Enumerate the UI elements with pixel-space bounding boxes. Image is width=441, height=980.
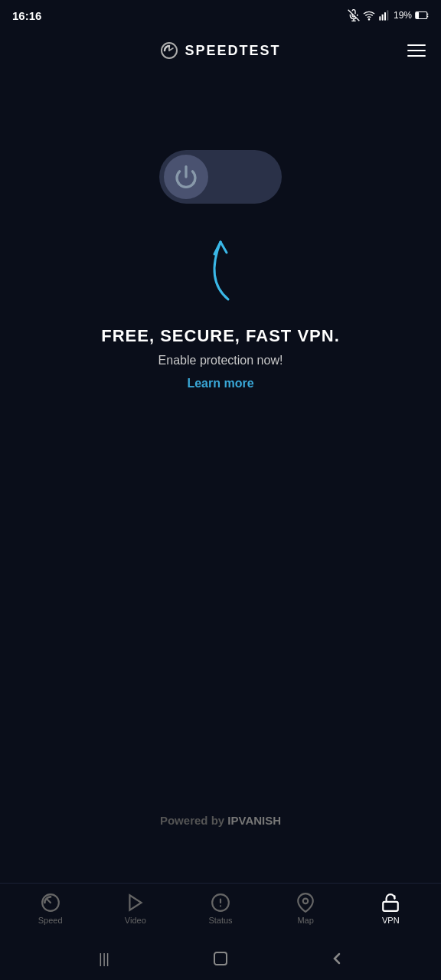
status-nav-icon	[211, 893, 230, 913]
speed-nav-icon	[41, 893, 60, 913]
arrow-indicator	[190, 227, 251, 303]
svg-marker-15	[129, 895, 141, 910]
svg-rect-5	[382, 15, 384, 21]
power-icon	[174, 165, 198, 189]
back-button[interactable]	[322, 943, 352, 974]
learn-more-link[interactable]: Learn more	[187, 377, 253, 390]
home-icon	[211, 949, 230, 968]
signal-icon	[378, 9, 390, 21]
svg-point-19	[303, 899, 309, 904]
home-button[interactable]	[205, 943, 236, 974]
back-icon	[328, 949, 346, 968]
vpn-nav-label: VPN	[382, 916, 400, 925]
svg-rect-4	[379, 16, 381, 20]
vpn-info: FREE, SECURE, FAST VPN. Enable protectio…	[101, 326, 340, 390]
battery-indicator: 19%	[394, 10, 412, 21]
nav-item-vpn[interactable]: VPN	[368, 893, 413, 925]
powered-by-brand: IPVANISH	[227, 814, 281, 827]
curved-arrow-svg	[190, 227, 251, 303]
recent-apps-button[interactable]: |||	[89, 943, 119, 974]
nav-item-map[interactable]: Map	[283, 893, 328, 925]
svg-rect-20	[384, 902, 399, 911]
map-nav-icon	[296, 893, 315, 913]
svg-rect-22	[214, 952, 227, 965]
vpn-headline: FREE, SECURE, FAST VPN.	[101, 326, 340, 346]
map-nav-label: Map	[297, 916, 313, 925]
bottom-nav: Speed Video Status Map	[0, 883, 441, 934]
nav-item-status[interactable]: Status	[198, 893, 243, 925]
svg-rect-9	[416, 12, 419, 18]
toggle-knob	[164, 155, 208, 199]
hamburger-line-2	[407, 50, 426, 51]
menu-button[interactable]	[407, 44, 426, 57]
vpn-toggle[interactable]	[159, 150, 282, 204]
status-bar: 16:16 19%	[0, 0, 441, 28]
app-title: SPEEDTEST	[185, 43, 280, 59]
app-header: SPEEDTEST	[0, 28, 441, 74]
main-content: FREE, SECURE, FAST VPN. Enable protectio…	[0, 135, 441, 406]
hamburger-line-3	[407, 55, 426, 57]
svg-point-3	[368, 19, 369, 20]
speedtest-logo-icon	[160, 41, 178, 60]
nav-item-speed[interactable]: Speed	[28, 893, 74, 925]
svg-rect-6	[384, 12, 386, 21]
wifi-icon	[363, 9, 375, 21]
status-time: 16:16	[12, 9, 41, 22]
vpn-nav-icon	[381, 893, 400, 913]
status-icons: 19%	[348, 9, 429, 21]
hamburger-line-1	[407, 44, 426, 46]
status-nav-label: Status	[208, 916, 232, 925]
mute-icon	[348, 9, 360, 21]
video-nav-icon	[126, 893, 145, 913]
svg-rect-7	[387, 10, 388, 20]
speed-nav-label: Speed	[38, 916, 63, 925]
app-logo: SPEEDTEST	[160, 41, 280, 60]
vpn-subtitle: Enable protection now!	[101, 354, 340, 368]
system-nav: |||	[0, 937, 441, 980]
powered-by-prefix: Powered by	[160, 814, 227, 827]
powered-by: Powered by IPVANISH	[160, 814, 281, 827]
nav-item-video[interactable]: Video	[113, 893, 158, 925]
video-nav-label: Video	[125, 916, 146, 925]
toggle-container	[159, 150, 282, 204]
battery-icon	[415, 11, 429, 20]
